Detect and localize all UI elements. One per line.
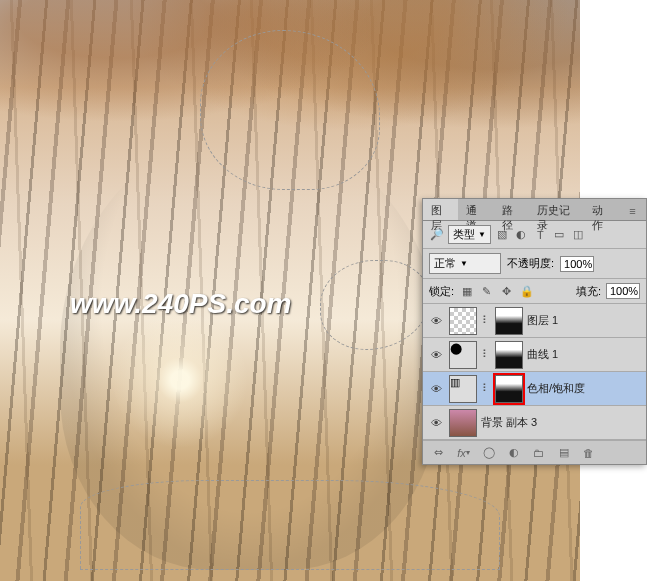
opacity-label: 不透明度:	[507, 256, 554, 271]
blend-mode-value: 正常	[434, 256, 456, 271]
adjust-filter-icon[interactable]: ◐	[514, 227, 529, 242]
visibility-toggle[interactable]: 👁	[427, 349, 445, 361]
layer-row[interactable]: 👁 ⠇ 图层 1	[423, 304, 646, 338]
text-filter-icon[interactable]: T	[533, 227, 548, 242]
chevron-down-icon: ▼	[478, 230, 486, 239]
add-mask-icon[interactable]: ◯	[481, 445, 496, 460]
fill-input[interactable]: 100%	[606, 283, 640, 299]
blend-mode-row: 正常 ▼ 不透明度: 100%	[423, 249, 646, 279]
lock-row: 锁定: ▦ ✎ ✥ 🔒 填充: 100%	[423, 279, 646, 304]
visibility-toggle[interactable]: 👁	[427, 417, 445, 429]
layer-row[interactable]: 👁 ⬤ ⠇ 曲线 1	[423, 338, 646, 372]
fill-label: 填充:	[576, 284, 601, 299]
lock-pixels-icon[interactable]: ✎	[479, 284, 494, 299]
new-group-icon[interactable]: 🗀	[531, 445, 546, 460]
panel-menu-button[interactable]: ≡	[619, 199, 646, 220]
layer-name[interactable]: 曲线 1	[527, 347, 558, 362]
layer-thumbnail[interactable]	[449, 307, 477, 335]
tab-channels[interactable]: 通道	[458, 199, 493, 220]
layer-name[interactable]: 背景 副本 3	[481, 415, 537, 430]
lock-position-icon[interactable]: ✥	[499, 284, 514, 299]
panel-tab-strip: 图层 通道 路径 历史记录 动作 ≡	[423, 199, 646, 221]
watermark-text: www.240PS.com	[70, 288, 292, 320]
layers-panel: 图层 通道 路径 历史记录 动作 ≡ 🔎 类型 ▼ ▧ ◐ T ▭ ◫ 正常 ▼…	[422, 198, 647, 465]
tab-paths[interactable]: 路径	[494, 199, 529, 220]
delete-layer-icon[interactable]: 🗑	[581, 445, 596, 460]
lock-transparency-icon[interactable]: ▦	[459, 284, 474, 299]
menu-icon: ≡	[625, 203, 640, 218]
layer-row[interactable]: 👁 背景 副本 3	[423, 406, 646, 440]
opacity-input[interactable]: 100%	[560, 256, 594, 272]
new-layer-icon[interactable]: ▤	[556, 445, 571, 460]
layer-mask-thumbnail[interactable]	[495, 341, 523, 369]
filter-type-select[interactable]: 类型 ▼	[448, 225, 491, 244]
chevron-down-icon: ▼	[460, 259, 468, 268]
tab-layers[interactable]: 图层	[423, 199, 458, 220]
link-icon: ⠇	[481, 314, 491, 327]
layer-list: 👁 ⠇ 图层 1 👁 ⬤ ⠇ 曲线 1 👁 ▥ ⠇ 色相/饱和度 👁 背景 副本…	[423, 304, 646, 440]
visibility-toggle[interactable]: 👁	[427, 315, 445, 327]
filter-label: 类型	[453, 227, 475, 242]
link-icon: ⠇	[481, 348, 491, 361]
layer-row[interactable]: 👁 ▥ ⠇ 色相/饱和度	[423, 372, 646, 406]
blend-mode-select[interactable]: 正常 ▼	[429, 253, 501, 274]
layer-filter-row: 🔎 类型 ▼ ▧ ◐ T ▭ ◫	[423, 221, 646, 249]
lock-all-icon[interactable]: 🔒	[519, 284, 534, 299]
shape-filter-icon[interactable]: ▭	[552, 227, 567, 242]
new-adjustment-icon[interactable]: ◐	[506, 445, 521, 460]
link-icon: ⠇	[481, 382, 491, 395]
link-layers-icon[interactable]: ⇔	[431, 445, 446, 460]
fx-icon[interactable]: fx▾	[456, 445, 471, 460]
layer-name[interactable]: 图层 1	[527, 313, 558, 328]
layer-mask-thumbnail[interactable]	[495, 375, 523, 403]
layer-name[interactable]: 色相/饱和度	[527, 381, 585, 396]
tab-history[interactable]: 历史记录	[529, 199, 584, 220]
layer-mask-thumbnail[interactable]	[495, 307, 523, 335]
adjustment-icon[interactable]: ⬤	[449, 341, 477, 369]
smart-filter-icon[interactable]: ◫	[571, 227, 586, 242]
canvas-artwork	[100, 300, 260, 460]
layer-thumbnail[interactable]	[449, 409, 477, 437]
adjustment-icon[interactable]: ▥	[449, 375, 477, 403]
selection-marquee	[80, 480, 500, 570]
pixel-filter-icon[interactable]: ▧	[495, 227, 510, 242]
search-icon: 🔎	[429, 227, 444, 242]
panel-footer: ⇔ fx▾ ◯ ◐ 🗀 ▤ 🗑	[423, 440, 646, 464]
lock-label: 锁定:	[429, 284, 454, 299]
tab-actions[interactable]: 动作	[584, 199, 619, 220]
visibility-toggle[interactable]: 👁	[427, 383, 445, 395]
